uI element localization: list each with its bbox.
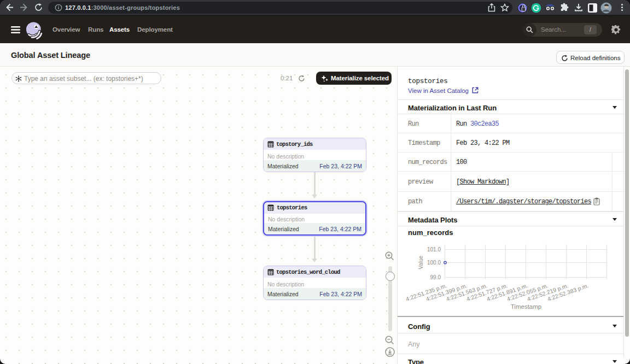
svg-text:99.0: 99.0: [430, 274, 441, 280]
svg-text:100.0: 100.0: [427, 260, 441, 266]
svg-text:Value: Value: [418, 255, 424, 269]
svg-text:101.0: 101.0: [427, 246, 441, 253]
svg-text:Timestamp: Timestamp: [511, 303, 541, 310]
